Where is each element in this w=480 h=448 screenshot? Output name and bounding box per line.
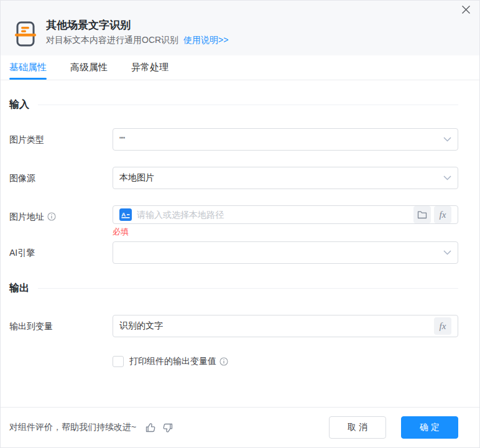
print-output-label: 打印组件的输出变量值: [129, 356, 228, 367]
dialog-body: 输入 图片类型 "" 图像源 本地图片 图片地址: [1, 98, 479, 367]
output-section-title: 输出: [9, 282, 458, 294]
output-section-label: 输出: [9, 282, 29, 295]
dialog-title: 其他场景文字识别: [46, 19, 228, 32]
tab-basic-properties[interactable]: 基础属性: [9, 55, 47, 80]
dialog-header: 其他场景文字识别 对目标文本内容进行通用OCR识别 使用说明>>: [1, 1, 479, 55]
fx-icon: fx: [440, 210, 446, 220]
help-link[interactable]: 使用说明>>: [183, 35, 228, 45]
image-type-label: 图片类型: [9, 128, 113, 151]
dialog-footer: 对组件评价，帮助我们持续改进~ 取 消 确 定: [1, 407, 479, 447]
ai-engine-label: AI引擎: [9, 241, 113, 264]
chevron-down-icon: [443, 250, 451, 255]
folder-icon: [417, 210, 427, 219]
print-output-label-text: 打印组件的输出变量值: [129, 356, 216, 367]
field-row-image-path: 图片地址 A: [9, 205, 458, 237]
cancel-button[interactable]: 取 消: [329, 416, 386, 439]
dialog-subtitle: 对目标文本内容进行通用OCR识别 使用说明>>: [46, 35, 228, 46]
close-icon[interactable]: [458, 2, 473, 17]
tab-exception-handling[interactable]: 异常处理: [131, 55, 168, 80]
feedback-thumbs: [145, 422, 173, 434]
ocr-component-icon: [13, 21, 38, 48]
image-path-label-text: 图片地址: [9, 205, 44, 228]
image-path-input-wrap: A fx: [113, 205, 458, 224]
image-path-label: 图片地址: [9, 205, 113, 228]
print-output-checkbox[interactable]: [113, 356, 124, 367]
image-path-input[interactable]: [137, 210, 410, 220]
image-type-value: "": [119, 135, 443, 144]
close-x-glyph: [461, 5, 471, 14]
confirm-button[interactable]: 确 定: [401, 416, 458, 439]
info-icon[interactable]: [47, 212, 56, 221]
image-source-label: 图像源: [9, 167, 113, 189]
ai-engine-select[interactable]: [113, 241, 458, 264]
required-hint: 必填: [113, 227, 458, 237]
tab-advanced-properties[interactable]: 高级属性: [70, 55, 108, 80]
image-source-select[interactable]: 本地图片: [113, 167, 458, 189]
info-icon[interactable]: [219, 357, 228, 366]
output-variable-input-wrap: fx: [113, 315, 458, 337]
feedback-text: 对组件评价，帮助我们持续改进~: [9, 422, 136, 433]
section-divider: [38, 288, 458, 289]
svg-text:A: A: [121, 211, 126, 218]
text-recognition-icon: A: [119, 208, 132, 221]
subtitle-text: 对目标文本内容进行通用OCR识别: [46, 35, 178, 45]
field-row-image-source: 图像源 本地图片: [9, 167, 458, 189]
output-variable-label: 输出到变量: [9, 315, 113, 337]
field-row-ai-engine: AI引擎: [9, 241, 458, 264]
input-section-title: 输入: [9, 98, 458, 111]
chevron-down-icon: [443, 137, 451, 142]
fx-icon: fx: [440, 322, 446, 331]
header-text: 其他场景文字识别 对目标文本内容进行通用OCR识别 使用说明>>: [46, 19, 228, 46]
output-variable-input[interactable]: [119, 321, 431, 331]
thumb-down-icon[interactable]: [162, 422, 173, 434]
fx-expression-button[interactable]: fx: [434, 206, 451, 223]
image-type-select[interactable]: "": [113, 128, 458, 151]
tab-bar: 基础属性 高级属性 异常处理: [1, 55, 479, 80]
input-section-label: 输入: [9, 98, 29, 111]
print-output-row: 打印组件的输出变量值: [113, 356, 458, 367]
thumb-up-icon[interactable]: [145, 422, 157, 434]
fx-expression-button[interactable]: fx: [434, 317, 451, 335]
field-row-output-variable: 输出到变量 fx: [9, 315, 458, 337]
image-path-column: A fx 必填: [113, 205, 458, 237]
field-row-image-type: 图片类型 "": [9, 128, 458, 151]
section-divider: [38, 105, 458, 105]
folder-browse-button[interactable]: [413, 206, 431, 223]
image-source-value: 本地图片: [119, 172, 443, 184]
chevron-down-icon: [443, 175, 451, 180]
